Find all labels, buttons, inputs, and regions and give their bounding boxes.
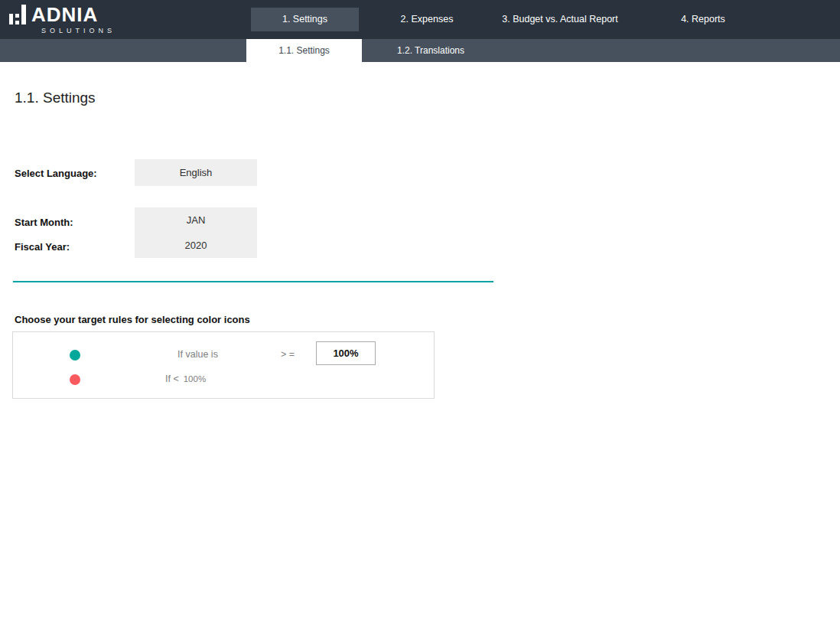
brand-name: ADNIA	[31, 5, 98, 24]
tab-budget-vs-actual-report[interactable]: 3. Budget vs. Actual Report	[483, 8, 637, 31]
page-title: 1.1. Settings	[15, 90, 96, 106]
fiscal-year-select[interactable]: 2020	[135, 233, 257, 258]
tab-expenses[interactable]: 2. Expenses	[373, 8, 480, 31]
month-year-field-group: JAN 2020	[135, 207, 257, 258]
select-language-label: Select Language:	[15, 168, 97, 179]
brand-logo: ADNIA SOLUTIONS	[9, 5, 124, 35]
rule-threshold-input[interactable]: 100%	[316, 341, 376, 365]
red-circle-icon	[70, 374, 80, 385]
subtab-translations[interactable]: 1.2. Translations	[362, 39, 500, 62]
rule-above-condition-text: If value is	[154, 348, 242, 361]
fiscal-year-label: Fiscal Year:	[15, 241, 70, 253]
target-rules-panel: If value is > = 100% If < 100%	[12, 331, 435, 399]
rule-below-value: 100%	[184, 374, 206, 383]
top-header-bar: ADNIA SOLUTIONS 1. Settings 2. Expenses …	[0, 0, 840, 39]
rule-below-condition-text: If <	[165, 374, 179, 384]
subtab-settings[interactable]: 1.1. Settings	[246, 39, 362, 62]
start-month-select[interactable]: JAN	[135, 207, 257, 233]
green-circle-icon	[70, 350, 80, 361]
rule-below-row: If < 100%	[165, 374, 206, 384]
brand-tagline: SOLUTIONS	[41, 27, 124, 34]
target-rules-heading: Choose your target rules for selecting c…	[15, 314, 250, 325]
language-select[interactable]: English	[135, 159, 257, 186]
start-month-label: Start Month:	[15, 217, 73, 228]
tab-reports[interactable]: 4. Reports	[650, 8, 757, 31]
app-window: ADNIA SOLUTIONS 1. Settings 2. Expenses …	[0, 0, 840, 633]
section-divider	[13, 281, 493, 282]
logo-bars-icon	[9, 5, 26, 24]
rule-above-operator: > =	[281, 348, 295, 361]
tab-settings[interactable]: 1. Settings	[251, 8, 359, 31]
sub-header-bar: 1.1. Settings 1.2. Translations	[0, 39, 840, 62]
